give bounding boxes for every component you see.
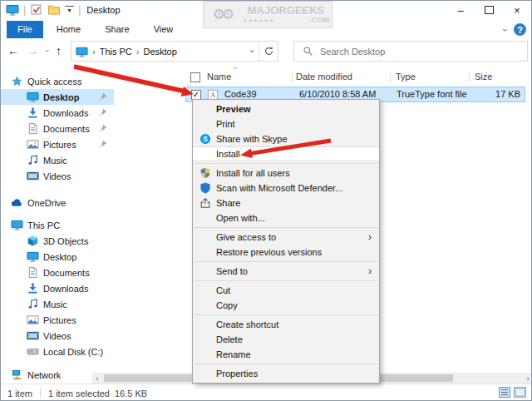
sidebar-item-label: Network xyxy=(1,370,61,380)
new-folder-quick-icon[interactable] xyxy=(47,3,61,17)
menu-item-install[interactable]: Install xyxy=(193,146,379,161)
desktop-location-icon xyxy=(76,46,88,57)
sidebar-item-label: Downloads xyxy=(1,284,88,294)
window-desktop-icon xyxy=(6,3,19,17)
close-button[interactable]: × xyxy=(503,1,531,19)
sidebar-item-desktop[interactable]: Desktop xyxy=(1,89,114,105)
menu-item-label: Share with Skype xyxy=(216,134,288,144)
sidebar-item-desktop[interactable]: Desktop xyxy=(1,249,114,265)
menu-item-scan-with-microsoft-defender[interactable]: Scan with Microsoft Defender... xyxy=(193,181,379,196)
sidebar-item-videos[interactable]: Videos xyxy=(1,328,114,344)
sidebar-item-onedrive[interactable]: OneDrive xyxy=(1,195,114,210)
item-count: 1 item xyxy=(7,389,32,399)
pin-icon xyxy=(98,140,107,149)
column-divider[interactable] xyxy=(469,72,470,83)
tab-file[interactable]: File xyxy=(7,21,43,38)
maximize-button[interactable] xyxy=(475,1,503,19)
sidebar-item-music[interactable]: Music xyxy=(1,152,114,168)
video-icon xyxy=(27,170,39,182)
search-box[interactable] xyxy=(293,41,528,62)
column-divider[interactable] xyxy=(390,72,391,83)
tab-view[interactable]: View xyxy=(143,21,185,38)
menu-item-preview[interactable]: Preview xyxy=(193,101,379,116)
select-all-checkbox[interactable] xyxy=(190,72,200,82)
customize-quick-access-icon[interactable]: ▾ xyxy=(65,6,74,14)
menu-item-label: Install for all users xyxy=(216,168,290,178)
pin-icon xyxy=(98,124,107,133)
menu-item-create-shortcut[interactable]: Create shortcut xyxy=(193,317,379,332)
column-header-date-modified[interactable]: Date modified xyxy=(296,72,352,82)
picture-icon xyxy=(27,314,39,326)
breadcrumb-this-pc[interactable]: This PC xyxy=(100,47,132,57)
tab-share[interactable]: Share xyxy=(94,21,140,38)
large-icons-view-icon[interactable] xyxy=(514,387,526,398)
menu-item-install-for-all-users[interactable]: Install for all users xyxy=(193,166,379,181)
search-input[interactable] xyxy=(320,47,527,57)
menu-item-cut[interactable]: Cut xyxy=(193,283,379,298)
menu-item-restore-previous-versions[interactable]: Restore previous versions xyxy=(193,245,379,260)
navigation-toolbar: ← → › ↑ › This PC › Desktop › xyxy=(1,38,531,65)
details-view-icon[interactable] xyxy=(499,387,510,398)
sidebar-item-label: Desktop xyxy=(1,92,79,102)
pin-icon xyxy=(98,108,107,117)
up-button[interactable]: ↑ xyxy=(56,44,62,57)
column-divider[interactable] xyxy=(292,72,293,83)
address-dropdown-icon[interactable]: › xyxy=(248,45,257,57)
menu-item-send-to[interactable]: Send to› xyxy=(193,264,379,279)
title-bar: | ▾ | Desktop ⚙⚙ MAJORGEEKS ★★★★★★ .COM … xyxy=(1,1,531,21)
refresh-button[interactable] xyxy=(259,42,278,61)
menu-separator xyxy=(194,364,378,364)
skype-icon: S xyxy=(200,133,211,145)
sidebar-item-videos[interactable]: Videos xyxy=(1,168,114,184)
sidebar-item-label: This PC xyxy=(1,220,60,230)
cube-icon xyxy=(27,235,39,247)
menu-item-label: Give access to xyxy=(216,232,276,242)
sidebar-item-documents[interactable]: Documents xyxy=(1,121,114,136)
monitor-icon xyxy=(27,91,39,103)
sidebar-item-this-pc[interactable]: This PC xyxy=(1,217,114,233)
breadcrumb-desktop[interactable]: Desktop xyxy=(143,47,176,57)
sidebar-item-downloads[interactable]: Downloads xyxy=(1,280,114,296)
divider: | xyxy=(78,4,81,16)
column-header-size[interactable]: Size xyxy=(475,72,492,82)
column-header-name[interactable]: Name xyxy=(207,72,231,82)
sidebar-item-pictures[interactable]: Pictures xyxy=(1,136,114,152)
sidebar-item-label: Local Disk (C:) xyxy=(1,347,103,357)
breadcrumb-separator-icon: › xyxy=(136,47,140,57)
menu-item-copy[interactable]: Copy xyxy=(193,298,379,313)
forward-button[interactable]: → xyxy=(27,44,38,57)
sidebar-item-pictures[interactable]: Pictures xyxy=(1,312,114,328)
menu-item-share[interactable]: Share xyxy=(193,196,379,210)
sidebar-item-quick-access[interactable]: Quick access xyxy=(1,73,114,89)
scroll-right-icon[interactable]: › xyxy=(523,373,532,384)
menu-item-properties[interactable]: Properties xyxy=(193,366,379,381)
menu-item-give-access-to[interactable]: Give access to› xyxy=(193,230,379,245)
tab-home[interactable]: Home xyxy=(46,21,91,38)
menu-item-share-with-skype[interactable]: SShare with Skype xyxy=(193,131,379,146)
help-icon[interactable]: ? xyxy=(514,23,526,36)
quick-access-toolbar: | ▾ | Desktop xyxy=(6,3,121,17)
back-button[interactable]: ← xyxy=(7,44,19,57)
sidebar-item-documents[interactable]: Documents xyxy=(1,265,114,280)
menu-item-label: Install xyxy=(216,149,240,159)
sidebar-item-music[interactable]: Music xyxy=(1,296,114,312)
scroll-left-icon[interactable]: ‹ xyxy=(92,373,102,384)
recent-locations-icon[interactable]: › xyxy=(43,50,52,52)
sidebar-item-3d-objects[interactable]: 3D Objects xyxy=(1,233,114,249)
minimize-button[interactable]: – xyxy=(446,1,475,19)
divider: | xyxy=(23,4,26,16)
menu-item-open-with[interactable]: Open with... xyxy=(193,210,379,225)
picture-icon xyxy=(27,138,39,151)
menu-separator xyxy=(194,280,378,281)
column-header-type[interactable]: Type xyxy=(396,72,416,82)
sidebar-item-downloads[interactable]: Downloads xyxy=(1,105,114,121)
properties-quick-icon[interactable] xyxy=(30,3,43,17)
watermark-text: MAJORGEEKS xyxy=(240,5,332,16)
sidebar-item-local-disk-c[interactable]: Local Disk (C:) xyxy=(1,344,114,359)
menu-item-label: Cut xyxy=(216,285,230,295)
menu-item-print[interactable]: Print xyxy=(193,116,379,131)
address-bar[interactable]: › This PC › Desktop › xyxy=(71,41,278,62)
menu-item-rename[interactable]: Rename xyxy=(193,347,379,362)
expand-ribbon-icon[interactable]: › xyxy=(500,28,510,32)
menu-item-delete[interactable]: Delete xyxy=(193,332,379,347)
